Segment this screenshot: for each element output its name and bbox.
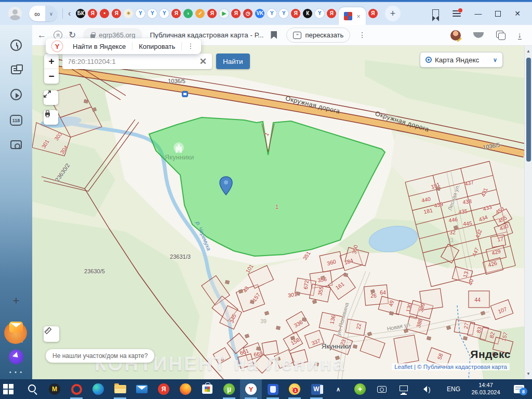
taskbar-cam-icon[interactable] [371, 379, 393, 399]
new-tab-button[interactable]: + [385, 6, 401, 21]
tab-favicon[interactable]: VK [255, 9, 264, 18]
zoom-out-button[interactable]: − [44, 69, 59, 84]
tab-favicon[interactable]: Я [231, 9, 241, 18]
layer-selector[interactable]: Карта Яндекс ∨ [420, 52, 503, 68]
zoom-controls: + − [44, 54, 59, 84]
tab-favicon[interactable]: Y [315, 9, 324, 18]
tab-favicon[interactable]: Я [88, 9, 97, 18]
profile-extension-icon[interactable] [450, 30, 461, 41]
taskbar-edge-icon[interactable] [87, 379, 109, 399]
taskbar-store-icon[interactable] [196, 379, 218, 399]
notification-center[interactable]: 8 [506, 379, 532, 399]
maximize-button[interactable] [495, 11, 501, 17]
taskbar-utorrent-icon[interactable]: µ [218, 379, 240, 399]
bookmarks-panel-icon[interactable] [432, 9, 439, 18]
tab-group-pill[interactable]: ∞ ∨ [29, 6, 57, 21]
tab-favicon[interactable]: Я [171, 9, 181, 18]
tab-favicon[interactable]: Я [368, 9, 378, 18]
tab-favicon[interactable]: Y [267, 9, 276, 18]
more-actions-icon[interactable]: ⋮ [182, 45, 199, 47]
taskbar-mila-icon[interactable]: М [44, 379, 65, 399]
tab-favicon[interactable]: ◷ [243, 9, 252, 18]
tab-favicon[interactable]: Я [327, 9, 336, 18]
taskbar-vol-icon[interactable] [415, 379, 436, 399]
copy-item[interactable]: Копировать [132, 43, 181, 50]
more-options-icon[interactable]: ⋮ [358, 34, 366, 37]
tabs-scroll-left-icon[interactable]: ‹ [68, 9, 71, 18]
alice-dome-icon[interactable] [473, 32, 484, 38]
not-found-prompt[interactable]: Не нашли участок/дом на карте? [46, 349, 154, 363]
back-button[interactable]: ← [37, 30, 46, 41]
profile-avatar[interactable] [8, 7, 22, 20]
scroll-up-icon[interactable]: ▲ [526, 46, 530, 57]
bookmark-icon[interactable] [271, 31, 277, 39]
scroll-down-icon[interactable]: ▼ [526, 368, 530, 379]
search-input[interactable]: 76:20:110204:1 ✕ [62, 54, 212, 69]
tab-favicon[interactable]: ◗ [183, 9, 193, 18]
close-tab-icon[interactable]: × [356, 12, 361, 20]
tab-favicon[interactable]: К [303, 9, 312, 18]
taskbar-opera-icon[interactable] [65, 379, 87, 399]
taskbar-explorer-icon[interactable] [109, 379, 131, 399]
tab-favicon[interactable]: Y [159, 9, 169, 18]
taskbar-search-icon[interactable] [22, 379, 44, 399]
taskbar-word-icon[interactable]: W [305, 379, 327, 399]
taskbar-shield-icon[interactable]: + [349, 379, 371, 399]
tab-favicon[interactable]: Y [148, 9, 157, 18]
browser-menu-icon[interactable] [453, 10, 461, 17]
scrollbar-thumb[interactable] [526, 58, 531, 162]
tab-counter-badge[interactable]: 118 [10, 115, 22, 126]
taskbar-app-icon[interactable] [262, 379, 284, 399]
language-indicator[interactable]: ENG [442, 379, 466, 399]
page-scrollbar[interactable]: ▲ ▼ [524, 46, 532, 379]
map-attribution[interactable]: Leaflet | © Публичная кадастровая карта [392, 363, 510, 370]
taskbar-net-icon[interactable] [393, 379, 415, 399]
infinity-tab-label[interactable]: ∞ [29, 9, 45, 18]
yandex-mail-icon[interactable] [9, 322, 23, 332]
taskbar-onec-icon[interactable]: 1С1 [284, 379, 305, 399]
zoom-in-button[interactable]: + [44, 54, 59, 69]
taskbar-start-icon[interactable] [0, 379, 22, 399]
sidebar-add-icon[interactable]: + [10, 295, 22, 307]
tab-favicon[interactable]: Я [207, 9, 217, 18]
chevron-down-icon[interactable]: ∨ [45, 6, 57, 21]
downloads-icon[interactable]: ↓ [518, 31, 522, 39]
url-text[interactable]: egrp365.org [99, 31, 135, 39]
map-canvas[interactable]: 1036/51036/523630/223630/523631/3Окружна… [32, 46, 524, 379]
alice-icon[interactable] [9, 350, 23, 364]
yandex-map-logo[interactable]: Яндекс [470, 348, 511, 361]
sidebar-more-icon[interactable]: • • • [9, 369, 23, 375]
fullscreen-button[interactable] [44, 90, 58, 105]
find-in-yandex-item[interactable]: Найти в Яндексе [66, 43, 132, 50]
tab-favicon[interactable]: ▶ [219, 9, 229, 18]
feed-icon[interactable] [11, 65, 21, 74]
search-button[interactable]: Найти [216, 54, 250, 69]
tab-favicon[interactable]: ✶ [124, 9, 133, 18]
tab-favicon[interactable]: Я [291, 9, 300, 18]
summarize-button[interactable]: “ пересказать [286, 28, 350, 43]
taskbar-ybrowser-icon[interactable]: Я [153, 379, 175, 399]
tab-favicon[interactable]: Я [112, 9, 121, 18]
tab-favicon[interactable]: Y [279, 9, 288, 18]
minimize-button[interactable]: — [474, 9, 482, 18]
collections-icon[interactable] [496, 31, 506, 40]
taskbar-firefox-icon[interactable] [175, 379, 196, 399]
close-button[interactable]: ✕ [514, 9, 521, 18]
tab-favicon[interactable]: БК [76, 9, 85, 18]
search-value[interactable]: 76:20:110204:1 [68, 58, 116, 65]
measure-button[interactable] [44, 326, 59, 342]
clear-search-icon[interactable]: ✕ [200, 56, 207, 67]
active-tab[interactable]: × [339, 7, 366, 25]
screenshot-icon[interactable] [10, 140, 22, 149]
onec-badge: 1 [292, 387, 299, 394]
taskbar-chevron-icon[interactable]: ∧ [327, 379, 349, 399]
video-icon[interactable] [10, 89, 22, 100]
tab-favicon[interactable]: Y [136, 9, 145, 18]
taskbar-yandex-icon[interactable]: Y [240, 379, 262, 399]
taskbar-mail-icon[interactable] [131, 379, 153, 399]
tab-favicon[interactable]: ✓ [195, 9, 205, 18]
history-icon[interactable] [10, 39, 22, 51]
tab-favicon[interactable]: • [100, 9, 109, 18]
print-button[interactable] [44, 110, 58, 125]
taskbar-clock[interactable]: 14:4726.03.2024 [466, 379, 506, 399]
